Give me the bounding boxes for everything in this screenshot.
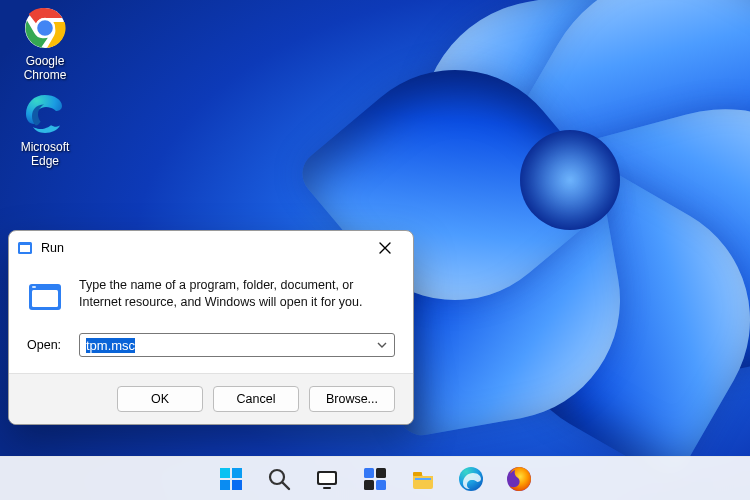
desktop-icon-chrome[interactable]: GoogleChrome: [6, 0, 84, 86]
run-open-row: Open:: [9, 329, 413, 373]
edge-icon: [23, 92, 67, 136]
browse-button[interactable]: Browse...: [309, 386, 395, 412]
search-icon: [266, 466, 292, 492]
svg-rect-6: [32, 290, 58, 307]
taskbar-widgets[interactable]: [355, 459, 395, 499]
edge-icon: [458, 466, 484, 492]
run-content: Type the name of a program, folder, docu…: [9, 265, 413, 329]
run-dialog: Run Type the name of a program, folder, …: [8, 230, 414, 425]
taskbar: [0, 456, 750, 500]
taskbar-firefox[interactable]: [499, 459, 539, 499]
svg-rect-7: [32, 286, 36, 288]
chrome-icon: [23, 6, 67, 50]
svg-rect-19: [364, 480, 374, 490]
taskbar-edge[interactable]: [451, 459, 491, 499]
open-input[interactable]: [79, 333, 395, 357]
svg-rect-17: [364, 468, 374, 478]
taskbar-start[interactable]: [211, 459, 251, 499]
close-icon: [379, 242, 391, 254]
svg-rect-16: [323, 487, 331, 489]
svg-rect-21: [413, 472, 422, 476]
svg-rect-11: [232, 480, 242, 490]
desktop-icon-label: GoogleChrome: [8, 54, 82, 82]
svg-rect-9: [232, 468, 242, 478]
svg-rect-20: [376, 480, 386, 490]
firefox-icon: [506, 466, 532, 492]
run-title: Run: [41, 241, 64, 255]
svg-rect-18: [376, 468, 386, 478]
file-explorer-icon: [410, 466, 436, 492]
svg-rect-15: [319, 473, 335, 483]
taskbar-file-explorer[interactable]: [403, 459, 443, 499]
desktop-icons: GoogleChrome MicrosoftEdg: [6, 0, 96, 172]
svg-rect-22: [415, 478, 431, 480]
open-label: Open:: [27, 338, 67, 352]
svg-rect-8: [220, 468, 230, 478]
svg-line-13: [283, 482, 290, 489]
run-app-icon: [27, 279, 63, 315]
svg-rect-10: [220, 480, 230, 490]
widgets-icon: [362, 466, 388, 492]
close-button[interactable]: [363, 234, 407, 262]
desktop-icon-edge[interactable]: MicrosoftEdge: [6, 86, 84, 172]
ok-button[interactable]: OK: [117, 386, 203, 412]
svg-rect-4: [20, 245, 30, 252]
run-description: Type the name of a program, folder, docu…: [79, 277, 395, 315]
desktop: GoogleChrome MicrosoftEdg: [0, 0, 750, 500]
chevron-down-icon: [377, 340, 387, 350]
desktop-icon-label: MicrosoftEdge: [8, 140, 82, 168]
run-titlebar[interactable]: Run: [9, 231, 413, 265]
taskbar-search[interactable]: [259, 459, 299, 499]
open-combobox[interactable]: [79, 333, 395, 357]
start-icon: [218, 466, 244, 492]
run-window-icon: [17, 240, 33, 256]
open-dropdown-button[interactable]: [373, 333, 391, 357]
cancel-button[interactable]: Cancel: [213, 386, 299, 412]
task-view-icon: [314, 466, 340, 492]
taskbar-task-view[interactable]: [307, 459, 347, 499]
run-button-row: OK Cancel Browse...: [9, 373, 413, 424]
